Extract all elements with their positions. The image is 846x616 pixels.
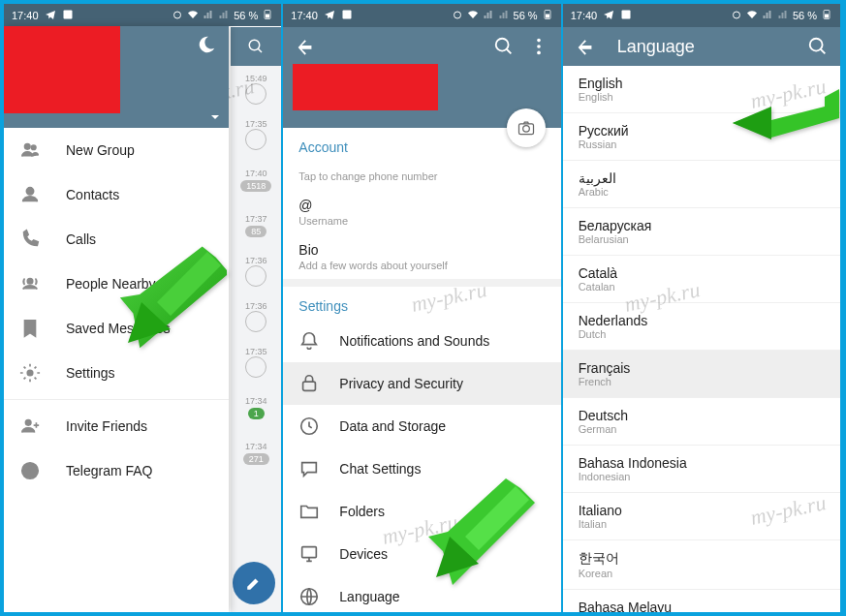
language-item-belarusian[interactable]: Беларуская Belarusian [563, 208, 840, 256]
battery-text: 56 % [793, 10, 817, 21]
settings-item-devices[interactable]: Devices [283, 533, 560, 575]
chevron-down-icon[interactable] [207, 109, 223, 129]
language-item-french[interactable]: Français French [563, 351, 840, 398]
wifi-icon [467, 9, 479, 22]
avatar-redacted [4, 26, 120, 113]
alarm-icon [172, 9, 183, 22]
phone-language: 17:40 56 % Language English English [563, 4, 842, 612]
language-item-russian[interactable]: Русский Russian [563, 113, 840, 161]
telegram-icon [324, 9, 335, 22]
back-icon[interactable] [295, 36, 316, 57]
svg-point-1 [174, 12, 181, 18]
language-item-korean[interactable]: 한국어 Korean [563, 540, 840, 590]
settings-item-notifications-and-sounds[interactable]: Notifications and Sounds [283, 320, 560, 362]
battery-icon [262, 9, 273, 22]
alarm-icon [731, 9, 742, 22]
drawer-item-contacts[interactable]: Contacts [4, 172, 229, 217]
chat-row[interactable]: 17:40 1518 [231, 157, 281, 202]
settings-item-language[interactable]: Language [283, 575, 560, 612]
svg-point-8 [27, 279, 33, 285]
more-icon[interactable] [528, 36, 549, 57]
language-item-english[interactable]: English English [563, 66, 840, 113]
svg-rect-15 [342, 11, 351, 19]
call-icon [19, 229, 41, 250]
language-name: Bahasa Melayu [579, 600, 825, 612]
svg-point-16 [454, 12, 460, 18]
chat-row[interactable]: 17:35 [231, 111, 281, 157]
background-chat-list: 15:49 17:35 17:40 1518 17:37 85 17:36 17… [231, 27, 281, 612]
settings-item-folders[interactable]: Folders [283, 490, 560, 533]
language-item-arabic[interactable]: العربية Arabic [563, 161, 840, 208]
settings-item-chat-settings[interactable]: Chat Settings [283, 447, 560, 490]
settings-icon [298, 501, 320, 522]
drawer-item-label: Calls [66, 231, 96, 247]
svg-point-20 [537, 39, 541, 43]
username-field[interactable]: @ Username [283, 190, 560, 234]
language-item-indonesian[interactable]: Bahasa Indonesia Indonesian [563, 446, 840, 493]
drawer-item-telegram-faq[interactable]: Telegram FAQ [4, 448, 229, 493]
drawer-header [4, 26, 229, 128]
back-icon[interactable] [575, 36, 596, 57]
group-icon [19, 139, 41, 161]
search-icon[interactable] [231, 27, 281, 66]
language-item-italian[interactable]: Italiano Italian [563, 493, 840, 540]
drawer-item-calls[interactable]: Calls [4, 217, 229, 262]
night-mode-icon[interactable] [196, 34, 217, 55]
phone-settings: 17:40 56 % Account [283, 4, 562, 612]
chat-row[interactable]: 17:34 271 [231, 430, 281, 476]
status-bar: 17:40 56 % [563, 4, 840, 27]
language-name: 한국어 [579, 550, 825, 568]
settings-icon [298, 330, 320, 352]
chat-row[interactable]: 17:34 1 [231, 385, 281, 430]
camera-button[interactable] [507, 108, 546, 147]
settings-item-label: Data and Storage [339, 418, 446, 434]
status-bar: 17:40 56 % [283, 4, 560, 27]
contact-icon [19, 184, 41, 205]
drawer-item-people-nearby[interactable]: People Nearby [4, 262, 229, 306]
saved-icon [19, 318, 41, 339]
bio-field[interactable]: Bio Add a few words about yourself [283, 234, 560, 279]
drawer-item-settings[interactable]: Settings [4, 351, 229, 395]
settings-header [283, 27, 560, 66]
search-icon[interactable] [493, 36, 515, 57]
drawer-item-saved-messages[interactable]: Saved Messages [4, 306, 229, 351]
unread-badge: 85 [245, 226, 266, 237]
language-item-german[interactable]: Deutsch German [563, 398, 840, 446]
settings-item-data-and-storage[interactable]: Data and Storage [283, 405, 560, 447]
language-name: Français [579, 360, 825, 376]
svg-rect-3 [266, 14, 269, 17]
language-name: Bahasa Indonesia [579, 455, 825, 471]
faq-icon [19, 460, 41, 481]
search-icon[interactable] [807, 36, 829, 57]
language-item-catalan[interactable]: Català Catalan [563, 256, 840, 303]
signal-icon [203, 9, 214, 22]
phone-drawer-menu: 17:40 56 % 15:49 17:35 17:40 [4, 4, 283, 612]
page-title: Language [617, 37, 695, 57]
language-item-dutch[interactable]: Nederlands Dutch [563, 303, 840, 351]
svg-point-5 [25, 144, 31, 150]
language-subtitle: Indonesian [579, 471, 825, 482]
signal2-icon [498, 9, 510, 22]
telegram-icon [45, 9, 56, 22]
settings-item-privacy-and-security[interactable]: Privacy and Security [283, 362, 560, 405]
chat-row[interactable]: 17:37 85 [231, 202, 281, 248]
chat-row[interactable]: 17:35 [231, 339, 281, 385]
svg-point-6 [31, 145, 36, 150]
language-item-malay[interactable]: Bahasa Melayu Malay [563, 590, 840, 612]
phone-field[interactable]: Tap to change phone number [283, 161, 560, 190]
svg-rect-35 [825, 15, 829, 18]
signal2-icon [777, 9, 789, 22]
chat-row[interactable]: 15:49 [231, 66, 281, 111]
compose-fab[interactable] [233, 562, 275, 604]
drawer-item-label: Saved Messages [66, 321, 170, 336]
chat-row[interactable]: 17:36 [231, 293, 281, 339]
status-time: 17:40 [291, 10, 318, 21]
svg-point-22 [537, 51, 541, 55]
chat-row[interactable]: 17:36 [231, 248, 281, 293]
settings-item-label: Folders [339, 504, 385, 519]
drawer-item-invite-friends[interactable]: Invite Friends [4, 404, 229, 448]
language-subtitle: German [579, 423, 825, 435]
wifi-icon [187, 9, 199, 22]
drawer-item-new-group[interactable]: New Group [4, 128, 229, 172]
signal-icon [483, 9, 494, 22]
